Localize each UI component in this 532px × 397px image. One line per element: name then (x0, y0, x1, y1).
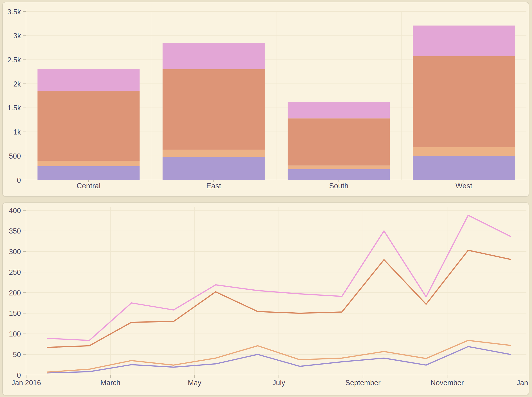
bar-segment-central-pink[interactable] (38, 69, 140, 91)
y-axis-tick-label: 350 (9, 227, 21, 235)
line-chart: 050100150200250300350400Jan 2016MarchMay… (3, 203, 529, 395)
x-axis-tick-label: July (272, 379, 285, 387)
y-axis-tick-label: 250 (9, 268, 21, 276)
category-label: Central (76, 182, 101, 190)
category-label: West (456, 182, 472, 190)
bar-segment-central-salmon[interactable] (38, 91, 140, 161)
bar-segment-west-salmon[interactable] (413, 56, 515, 147)
bar-segment-west-orange[interactable] (413, 147, 515, 156)
x-axis-tick-label: Jan 2017 (516, 379, 529, 387)
category-label: East (206, 182, 221, 190)
bar-segment-central-violet[interactable] (38, 166, 140, 180)
bar-segment-south-violet[interactable] (288, 169, 390, 180)
y-axis-tick-label: 300 (9, 248, 21, 256)
x-axis-tick-label: Jan 2016 (11, 379, 41, 387)
category-label: South (329, 182, 349, 190)
y-axis-tick-label: 500 (9, 152, 21, 160)
y-axis-tick-label: 0 (17, 371, 21, 379)
y-axis-tick-label: 2k (13, 80, 21, 88)
bar-segment-south-pink[interactable] (288, 102, 390, 118)
x-axis-tick-label: March (101, 379, 120, 387)
y-axis-tick-label: 3.5k (7, 8, 21, 16)
y-axis-tick-label: 3k (13, 32, 21, 40)
x-axis-tick-label: November (431, 379, 464, 387)
stacked-bar-chart-panel: 05001k1.5k2k2.5k3k3.5kCentralEastSouthWe… (2, 2, 529, 197)
line-chart-panel: 050100150200250300350400Jan 2016MarchMay… (2, 202, 529, 395)
y-axis-tick-label: 0 (17, 176, 21, 184)
y-axis-tick-label: 200 (9, 289, 21, 297)
bar-segment-west-pink[interactable] (413, 25, 515, 56)
bar-segment-south-salmon[interactable] (288, 118, 390, 165)
bar-segment-east-orange[interactable] (163, 149, 265, 157)
y-axis-tick-label: 1.5k (7, 104, 21, 112)
y-axis-tick-label: 400 (9, 207, 21, 215)
bar-segment-east-pink[interactable] (163, 43, 265, 69)
x-axis-tick-label: September (345, 379, 381, 387)
y-axis-tick-label: 1k (13, 128, 21, 136)
x-axis-tick-label: May (188, 379, 202, 387)
bar-segment-east-salmon[interactable] (163, 69, 265, 149)
y-axis-tick-label: 100 (9, 330, 21, 338)
bar-segment-south-orange[interactable] (288, 166, 390, 169)
bar-segment-east-violet[interactable] (163, 157, 265, 180)
y-axis-tick-label: 50 (13, 351, 21, 359)
stacked-bar-chart: 05001k1.5k2k2.5k3k3.5kCentralEastSouthWe… (3, 2, 529, 196)
bar-segment-central-orange[interactable] (38, 161, 140, 166)
y-axis-tick-label: 2.5k (7, 56, 21, 64)
y-axis-tick-label: 150 (9, 309, 21, 317)
bar-segment-west-violet[interactable] (413, 156, 515, 180)
